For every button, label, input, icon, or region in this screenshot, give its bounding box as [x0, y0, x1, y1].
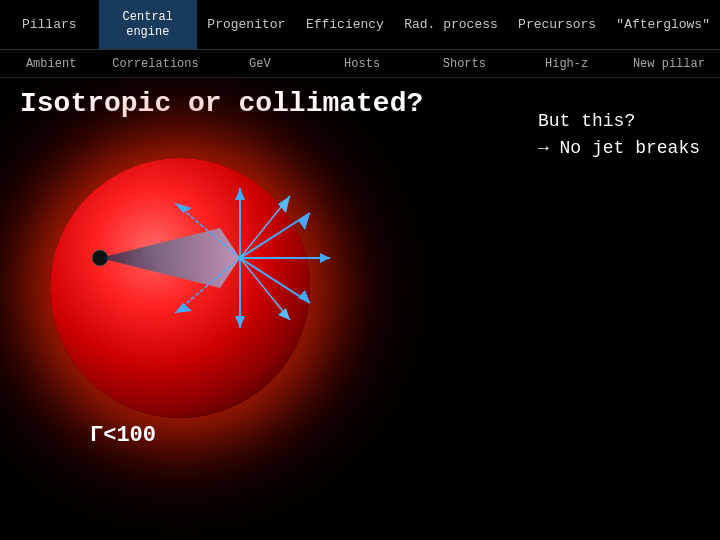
svg-marker-15	[175, 303, 192, 313]
nav-pillars-label: Pillars	[22, 17, 77, 32]
svg-marker-3	[320, 253, 330, 263]
svg-marker-11	[235, 316, 245, 328]
nav-progenitor-label: Progenitor	[207, 17, 285, 32]
svg-marker-13	[175, 203, 192, 213]
svg-marker-5	[298, 213, 310, 230]
nav-gev-label: GeV	[249, 57, 271, 71]
slide-title: Isotropic or collimated?	[20, 88, 423, 119]
text-line1: But this?	[538, 108, 700, 135]
jet-diagram-svg	[20, 158, 370, 358]
svg-marker-1	[100, 228, 240, 288]
nav-central-engine-label1: Central	[123, 10, 173, 24]
nav-high-z-label: High-z	[545, 57, 588, 71]
nav-correlations[interactable]: Correlations	[102, 50, 208, 77]
nav-shorts[interactable]: Shorts	[413, 50, 515, 77]
nav-efficiency[interactable]: Efficiency	[296, 0, 395, 49]
main-content: Isotropic or collimated? Γ<100 But this?…	[0, 78, 720, 540]
nav-progenitor[interactable]: Progenitor	[197, 0, 296, 49]
nav-precursors-label: Precursors	[518, 17, 596, 32]
nav-shorts-label: Shorts	[443, 57, 486, 71]
nav-afterglows[interactable]: "Afterglows"	[606, 0, 720, 49]
nav-hosts[interactable]: Hosts	[311, 50, 413, 77]
gamma-label: Γ<100	[90, 423, 156, 448]
svg-marker-9	[235, 188, 245, 200]
nav-new-pillar[interactable]: New pillar	[618, 50, 720, 77]
svg-marker-19	[278, 308, 290, 320]
nav-gev[interactable]: GeV	[209, 50, 311, 77]
nav-central-engine-label2: engine	[126, 25, 169, 39]
nav-new-pillar-label: New pillar	[633, 57, 705, 71]
nav-high-z[interactable]: High-z	[515, 50, 617, 77]
nav-row1: Pillars Central engine Progenitor Effici…	[0, 0, 720, 50]
nav-correlations-label: Correlations	[112, 57, 198, 71]
nav-row2: Ambient Correlations GeV Hosts Shorts Hi…	[0, 50, 720, 78]
text-line2: → No jet breaks	[538, 135, 700, 162]
nav-ambient[interactable]: Ambient	[0, 50, 102, 77]
nav-central-engine[interactable]: Central engine	[99, 0, 198, 49]
svg-line-6	[240, 258, 310, 303]
nav-hosts-label: Hosts	[344, 57, 380, 71]
svg-marker-17	[278, 196, 290, 213]
text-box: But this? → No jet breaks	[538, 108, 700, 162]
svg-line-18	[240, 258, 290, 320]
nav-rad-process[interactable]: Rad. process	[394, 0, 508, 49]
nav-ambient-label: Ambient	[26, 57, 76, 71]
nav-pillars[interactable]: Pillars	[0, 0, 99, 49]
nav-efficiency-label: Efficiency	[306, 17, 384, 32]
svg-marker-7	[298, 290, 310, 303]
nav-afterglows-label: "Afterglows"	[616, 17, 710, 32]
nav-precursors[interactable]: Precursors	[508, 0, 607, 49]
nav-rad-process-label: Rad. process	[404, 17, 498, 32]
